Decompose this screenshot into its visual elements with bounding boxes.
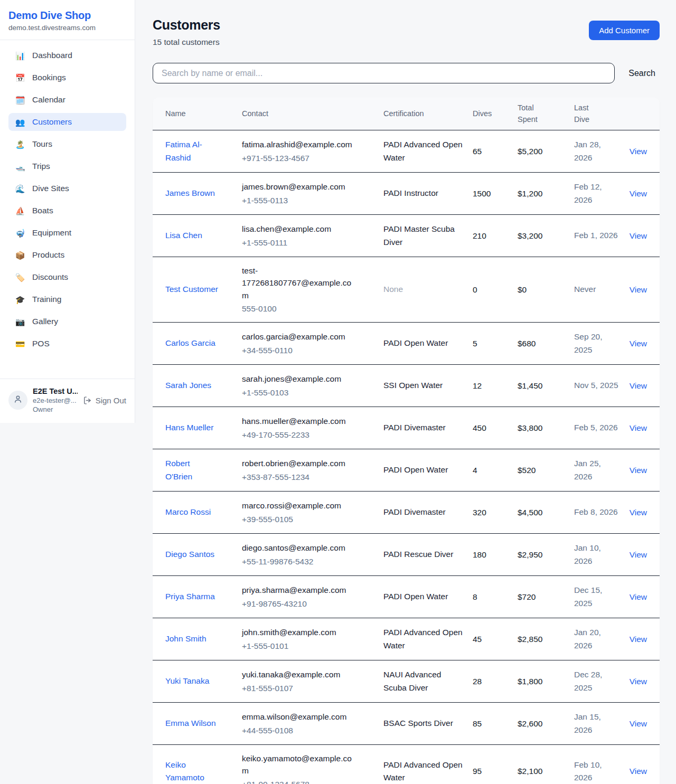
customer-dives: 210 (473, 231, 518, 241)
view-button[interactable]: View (630, 285, 647, 294)
table-row: Keiko Yamamoto keiko.yamamoto@example.co… (153, 745, 660, 784)
customers-icon: 👥 (15, 118, 25, 126)
customer-dives: 95 (473, 767, 518, 776)
view-button[interactable]: View (630, 381, 647, 390)
customer-name-link[interactable]: Emma Wilson (165, 717, 216, 730)
customer-dives: 12 (473, 381, 518, 391)
sidebar-item-label: Boats (32, 206, 53, 215)
customer-name-link[interactable]: Carlos Garcia (165, 337, 215, 350)
main-content: Customers 15 total customers Add Custome… (135, 0, 676, 784)
customer-last-dive: Feb 5, 2026 (574, 423, 618, 432)
customer-phone: +1-555-0103 (242, 386, 376, 399)
column-header-total-spent: Total Spent (518, 102, 574, 125)
customer-total-spent: $2,100 (518, 767, 574, 776)
sidebar-item-products[interactable]: 📦 Products (8, 246, 126, 264)
customer-certification: PADI Advanced Open Water (383, 628, 463, 649)
customer-certification: PADI Open Water (383, 465, 448, 474)
customer-email: lisa.chen@example.com (242, 223, 357, 235)
search-row: Search (153, 63, 660, 83)
customer-last-dive: Nov 5, 2025 (574, 381, 618, 390)
sidebar-item-trips[interactable]: 🛥️ Trips (8, 157, 126, 175)
customer-dives: 85 (473, 719, 518, 729)
customer-email: hans.mueller@example.com (242, 415, 357, 427)
customer-total-spent: $3,800 (518, 423, 574, 433)
table-row: John Smith john.smith@example.com +1-555… (153, 618, 660, 660)
user-name: E2E Test U... (33, 387, 78, 395)
contact-cell: sarah.jones@example.com +1-555-0103 (242, 373, 383, 399)
view-button[interactable]: View (630, 423, 647, 432)
customer-name-link[interactable]: Lisa Chen (165, 229, 202, 242)
sign-out-button[interactable]: Sign Out (83, 396, 126, 405)
customer-dives: 5 (473, 339, 518, 348)
search-button[interactable]: Search (628, 69, 655, 78)
sign-out-label: Sign Out (96, 396, 126, 405)
customer-email: fatima.alrashid@example.com (242, 138, 357, 150)
contact-cell: emma.wilson@example.com +44-555-0108 (242, 711, 383, 736)
sidebar-item-pos[interactable]: 💳 POS (8, 335, 126, 353)
customer-total-spent: $2,850 (518, 635, 574, 644)
customer-name-link[interactable]: Test Customer (165, 283, 218, 296)
view-button[interactable]: View (630, 550, 647, 559)
view-button[interactable]: View (630, 231, 647, 240)
contact-cell: marco.rossi@example.com +39-555-0105 (242, 499, 383, 525)
view-button[interactable]: View (630, 508, 647, 517)
table-row: Fatima Al-Rashid fatima.alrashid@example… (153, 130, 660, 173)
customer-name-link[interactable]: Marco Rossi (165, 506, 211, 518)
contact-cell: keiko.yamamoto@example.com +81-90-1234-5… (242, 752, 383, 784)
customer-name-link[interactable]: Keiko Yamamoto (165, 759, 219, 784)
customer-last-dive: Jan 28, 2026 (574, 140, 601, 162)
tours-icon: 🏝️ (15, 140, 25, 148)
sidebar-item-boats[interactable]: ⛵ Boats (8, 202, 126, 220)
sidebar-item-discounts[interactable]: 🏷️ Discounts (8, 268, 126, 286)
view-button[interactable]: View (630, 147, 647, 156)
customer-name-link[interactable]: Hans Mueller (165, 421, 213, 434)
table-row: Marco Rossi marco.rossi@example.com +39-… (153, 492, 660, 534)
customer-total-spent: $1,450 (518, 381, 574, 391)
customer-total-spent: $2,600 (518, 719, 574, 729)
sidebar-item-label: Bookings (32, 73, 66, 82)
add-customer-button[interactable]: Add Customer (589, 21, 660, 40)
search-input[interactable] (153, 63, 615, 83)
customer-name-link[interactable]: Sarah Jones (165, 379, 211, 392)
view-button[interactable]: View (630, 635, 647, 644)
customer-name-link[interactable]: Fatima Al-Rashid (165, 138, 219, 164)
customer-name-link[interactable]: John Smith (165, 632, 206, 645)
equipment-icon: 🤿 (15, 229, 25, 237)
view-button[interactable]: View (630, 719, 647, 728)
view-button[interactable]: View (630, 677, 647, 686)
sidebar-item-gallery[interactable]: 📷 Gallery (8, 313, 126, 330)
sidebar-item-dashboard[interactable]: 📊 Dashboard (8, 46, 126, 64)
customer-name-link[interactable]: Yuki Tanaka (165, 675, 209, 687)
customer-name-link[interactable]: Robert O'Brien (165, 457, 219, 483)
sidebar-item-tours[interactable]: 🏝️ Tours (8, 135, 126, 153)
page-title: Customers (153, 17, 220, 33)
sidebar-item-calendar[interactable]: 🗓️ Calendar (8, 91, 126, 109)
column-header-dives: Dives (473, 108, 518, 119)
view-button[interactable]: View (630, 466, 647, 475)
sidebar-item-equipment[interactable]: 🤿 Equipment (8, 224, 126, 242)
view-button[interactable]: View (630, 592, 647, 601)
customer-total-spent: $3,200 (518, 231, 574, 241)
view-button[interactable]: View (630, 767, 647, 776)
brand-title: Demo Dive Shop (8, 10, 126, 22)
calendar-icon: 🗓️ (15, 96, 25, 104)
customer-email: keiko.yamamoto@example.com (242, 752, 357, 777)
view-button[interactable]: View (630, 339, 647, 348)
customer-name-link[interactable]: James Brown (165, 187, 215, 200)
contact-cell: yuki.tanaka@example.com +81-555-0107 (242, 668, 383, 694)
customer-total-spent: $520 (518, 466, 574, 475)
sidebar-item-bookings[interactable]: 📅 Bookings (8, 69, 126, 87)
discounts-icon: 🏷️ (15, 273, 25, 281)
customer-last-dive: Jan 20, 2026 (574, 628, 601, 649)
view-button[interactable]: View (630, 189, 647, 198)
customer-name-link[interactable]: Priya Sharma (165, 590, 215, 603)
customer-name-link[interactable]: Diego Santos (165, 548, 214, 561)
customer-email: yuki.tanaka@example.com (242, 668, 357, 681)
sidebar-item-customers[interactable]: 👥 Customers (8, 113, 126, 131)
customer-last-dive: Jan 25, 2026 (574, 459, 601, 480)
sidebar-item-training[interactable]: 🎓 Training (8, 290, 126, 308)
page-title-block: Customers 15 total customers (153, 17, 220, 47)
sidebar-item-dive-sites[interactable]: 🌊 Dive Sites (8, 180, 126, 197)
customer-phone: +44-555-0108 (242, 724, 376, 736)
customer-certification: PADI Advanced Open Water (383, 760, 463, 782)
